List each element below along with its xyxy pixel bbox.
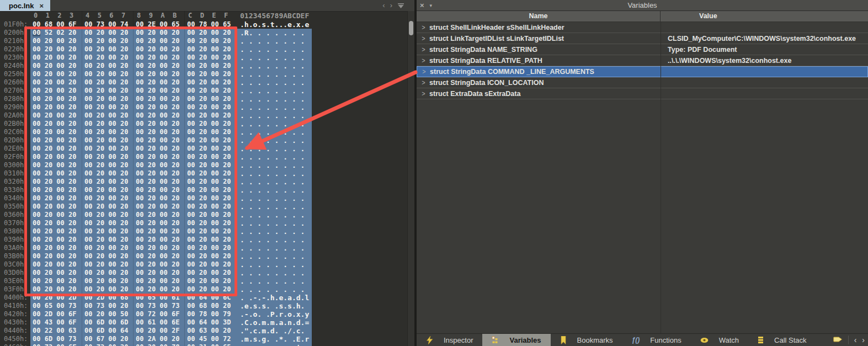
hex-row-bytes[interactable]: 00 2D 00 6F00 20 00 5000 72 00 6F00 78 0…	[30, 310, 312, 318]
hex-byte-group[interactable]: 00 20 00 20	[82, 111, 133, 120]
hex-byte-group[interactable]: 00 20 00 20	[30, 277, 82, 285]
hex-byte-group[interactable]: 00 20 00 20	[82, 219, 133, 227]
hex-row-ascii[interactable]: . . . . . . . .	[240, 136, 312, 145]
hex-byte-group[interactable]: 00 20 00 20	[30, 211, 82, 219]
hex-byte-group[interactable]: 00 20 00 20	[133, 103, 184, 111]
panel-tab-call-stack[interactable]: Call Stack	[748, 334, 816, 346]
hex-byte-group[interactable]: 00 68 00 20	[184, 302, 236, 310]
hex-byte-group[interactable]: 00 20 00 20	[82, 95, 133, 103]
hex-byte-group[interactable]: 00 20 00 20	[184, 211, 236, 219]
hex-byte-group[interactable]: 00 20 00 20	[30, 95, 82, 103]
hex-byte-group[interactable]: 00 20 00 20	[184, 178, 236, 186]
hex-byte-group[interactable]: 00 20 00 20	[82, 260, 133, 269]
tabbar-scroll-right-icon[interactable]: ›	[862, 336, 865, 344]
hex-byte-group[interactable]: 00 20 00 20	[133, 277, 184, 285]
hex-row[interactable]: 0290h:00 20 00 2000 20 00 2000 20 00 200…	[0, 103, 408, 111]
hex-byte-group[interactable]: 00 20 00 20	[184, 70, 236, 78]
hex-byte-group[interactable]: 00 65 00 61	[133, 294, 184, 302]
expand-chevron-icon[interactable]: >	[422, 89, 425, 98]
hex-byte-group[interactable]: 00 20 00 20	[133, 169, 184, 178]
hex-byte-group[interactable]: 00 20 00 20	[133, 178, 184, 186]
hex-byte-group[interactable]: 00 20 00 78	[133, 343, 184, 346]
hex-row-bytes[interactable]: 00 52 02 2000 20 00 2000 20 00 2000 20 0…	[30, 29, 312, 37]
hex-row-ascii[interactable]: . . . . . . . .	[240, 285, 312, 294]
hex-row-ascii[interactable]: . . . . . . . .	[240, 120, 312, 128]
hex-row-bytes[interactable]: 00 20 00 2000 20 00 2000 20 00 2000 20 0…	[30, 227, 312, 236]
hex-row-bytes[interactable]: 00 20 00 2000 20 00 2000 20 00 2000 20 0…	[30, 62, 312, 70]
hex-byte-group[interactable]: 00 20 00 20	[133, 70, 184, 78]
hex-byte-group[interactable]: 00 20 00 20	[133, 78, 184, 87]
hex-row-ascii[interactable]: . . . . . . . .	[240, 260, 312, 269]
hex-byte-group[interactable]: 00 20 00 20	[133, 54, 184, 62]
hex-byte-group[interactable]: 00 67 00 20	[82, 335, 133, 343]
hex-byte-group[interactable]: 00 20 00 20	[184, 145, 236, 153]
hex-row-bytes[interactable]: 00 43 00 6F00 6D 00 6D00 61 00 6E00 64 0…	[30, 318, 312, 327]
hex-byte-group[interactable]: 00 20 00 20	[30, 54, 82, 62]
hex-row-bytes[interactable]: 00 65 00 7300 73 00 2000 73 00 7300 68 0…	[30, 302, 312, 310]
hex-byte-group[interactable]: 00 73 00 73	[133, 302, 184, 310]
hex-byte-group[interactable]: 00 20 00 20	[82, 87, 133, 95]
hex-row[interactable]: 0420h:00 2D 00 6F00 20 00 5000 72 00 6F0…	[0, 310, 408, 318]
hex-byte-group[interactable]: 00 20 00 20	[30, 260, 82, 269]
hex-byte-group[interactable]: 00 20 00 20	[184, 87, 236, 95]
hex-byte-group[interactable]: 00 20 00 20	[30, 37, 82, 45]
hex-byte-group[interactable]: 00 20 00 20	[82, 29, 133, 37]
hex-row[interactable]: 0240h:00 20 00 2000 20 00 2000 20 00 200…	[0, 62, 408, 70]
hex-byte-group[interactable]: 00 20 00 20	[184, 219, 236, 227]
variables-row[interactable]: >struct ShellLinkHeader sShellLinkHeader	[417, 22, 868, 33]
hex-row[interactable]: 0410h:00 65 00 7300 73 00 2000 73 00 730…	[0, 302, 408, 310]
expand-chevron-icon[interactable]: >	[422, 67, 425, 76]
hex-byte-group[interactable]: 00 20 00 20	[184, 62, 236, 70]
panel-tab-functions[interactable]: ƒ()Functions	[622, 334, 691, 346]
hex-byte-group[interactable]: 00 20 00 20	[30, 219, 82, 227]
hex-row[interactable]: 0430h:00 43 00 6F00 6D 00 6D00 61 00 6E0…	[0, 318, 408, 327]
hex-row-bytes[interactable]: 00 20 00 2000 20 00 2000 20 00 2000 20 0…	[30, 120, 312, 128]
hex-row-ascii[interactable]: . . . . . . . .	[240, 277, 312, 285]
hex-byte-group[interactable]: 00 20 00 20	[30, 103, 82, 111]
hex-row-ascii[interactable]: . . . . . . . .	[240, 37, 312, 45]
hex-row[interactable]: 03C0h:00 20 00 2000 20 00 2000 20 00 200…	[0, 260, 408, 269]
hex-byte-group[interactable]: 00 65 00 73	[30, 302, 82, 310]
hex-byte-group[interactable]: 00 20 00 20	[133, 194, 184, 203]
variable-value[interactable]	[661, 77, 868, 88]
variables-row[interactable]: >struct StringData COMMAND _LINE_ARGUMEN…	[417, 66, 868, 77]
hex-byte-group[interactable]: 00 20 00 20	[184, 244, 236, 252]
hex-row-ascii[interactable]: . . . . . . . .	[240, 128, 312, 136]
hex-byte-group[interactable]: 00 20 00 20	[82, 128, 133, 136]
hex-byte-group[interactable]: 00 20 00 20	[184, 103, 236, 111]
hex-byte-group[interactable]: 00 2A 00 20	[133, 335, 184, 343]
hex-byte-group[interactable]: 00 20 00 20	[30, 161, 82, 169]
hex-byte-group[interactable]: 00 20 00 20	[133, 161, 184, 169]
hex-row-bytes[interactable]: 00 20 00 2000 20 00 2000 20 00 2000 20 0…	[30, 285, 312, 294]
hex-byte-group[interactable]: 00 20 00 20	[133, 219, 184, 227]
hex-row-ascii[interactable]: . . . . . . . .	[240, 186, 312, 194]
hex-row-ascii[interactable]: .r.o.r. . .x.!.e	[240, 343, 312, 346]
hex-byte-group[interactable]: 00 20 00 20	[184, 227, 236, 236]
hex-byte-group[interactable]: 00 20 00 20	[184, 186, 236, 194]
hex-byte-group[interactable]: 00 20 00 20	[133, 203, 184, 211]
expand-chevron-icon[interactable]: >	[422, 23, 425, 31]
hex-byte-group[interactable]: 00 52 02 20	[30, 29, 82, 37]
hex-row-bytes[interactable]: 00 20 00 2000 20 00 2000 20 00 2000 20 0…	[30, 252, 312, 260]
hex-byte-group[interactable]: 00 20 00 20	[30, 70, 82, 78]
hex-row[interactable]: 0300h:00 20 00 2000 20 00 2000 20 00 200…	[0, 161, 408, 169]
hex-byte-group[interactable]: 00 20 00 20	[184, 37, 236, 45]
hex-byte-group[interactable]: 00 20 00 20	[133, 186, 184, 194]
hex-row[interactable]: 0270h:00 20 00 2000 20 00 2000 20 00 200…	[0, 87, 408, 95]
hex-byte-group[interactable]: 00 20 00 20	[82, 211, 133, 219]
hex-byte-group[interactable]: 00 20 00 20	[184, 285, 236, 294]
hex-row[interactable]: 03D0h:00 20 00 2000 20 00 2000 20 00 200…	[0, 269, 408, 277]
hex-row[interactable]: 0350h:00 20 00 2000 20 00 2000 20 00 200…	[0, 203, 408, 211]
variable-name-cell[interactable]: >struct StringData COMMAND _LINE_ARGUMEN…	[417, 67, 661, 77]
hex-byte-group[interactable]: 00 20 00 20	[184, 111, 236, 120]
panel-tab-watch[interactable]: Watch	[691, 334, 748, 346]
hex-row-ascii[interactable]: . . . . . . . .	[240, 169, 312, 178]
hex-row-bytes[interactable]: 00 72 00 6F00 72 00 2000 20 00 7800 21 0…	[30, 343, 312, 346]
hex-dump-view[interactable]: 0 1 2 34 5 6 78 9 A BC D E F0123456789AB…	[0, 11, 408, 346]
hex-byte-group[interactable]: 00 6D 00 73	[30, 335, 82, 343]
hex-row-bytes[interactable]: 00 20 00 2000 20 00 2000 20 00 2000 20 0…	[30, 169, 312, 178]
hex-row-ascii[interactable]: . . . . . . . .	[240, 70, 312, 78]
hex-row-bytes[interactable]: 00 20 00 2000 20 00 2000 20 00 2000 20 0…	[30, 111, 312, 120]
hex-byte-group[interactable]: 00 20 00 20	[82, 244, 133, 252]
hex-byte-group[interactable]: 00 73 00 20	[82, 302, 133, 310]
